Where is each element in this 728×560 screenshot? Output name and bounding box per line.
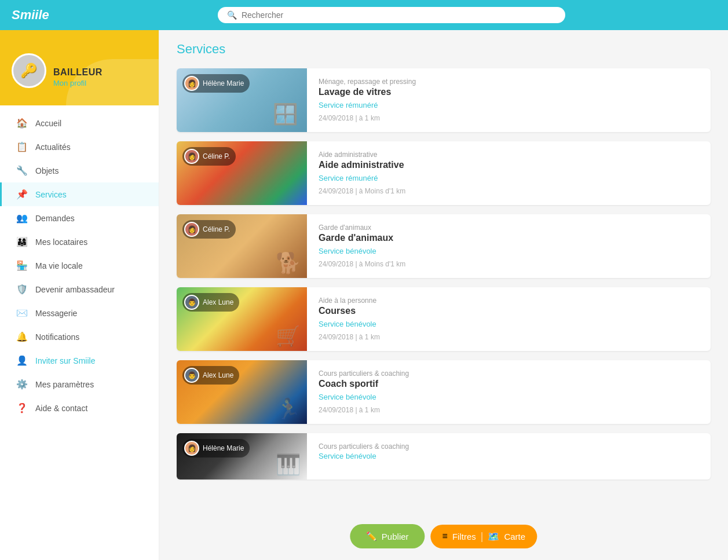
sidebar-item-locataires[interactable]: 👨‍👩‍👧 Mes locataires: [0, 230, 159, 254]
service-card[interactable]: 👩 Hélène Marie 🎹 Cours particuliers & co…: [177, 433, 711, 480]
home-icon: 🏠: [16, 118, 28, 129]
bell-icon: 🔔: [16, 331, 28, 342]
sidebar: 🔑 BAILLEUR Mon profil 🏠 Accueil 📋 Actual…: [0, 30, 159, 560]
services-icon: 📌: [16, 189, 28, 200]
card-type: Service rémunéré: [319, 174, 699, 182]
card-user-badge: 👨 Alex Lune: [182, 293, 239, 312]
sidebar-item-label: Messagerie: [35, 309, 77, 318]
card-body: Ménage, repassage et pressing Lavage de …: [307, 68, 711, 132]
bottom-action-bar: ✏️ Publier ≡ Filtres | 🗺️ Carte: [350, 524, 537, 548]
card-title: Courses: [319, 306, 699, 316]
card-body: Cours particuliers & coaching Service bé…: [307, 433, 711, 480]
sidebar-item-label: Mes locataires: [35, 237, 87, 247]
search-bar: 🔍: [218, 7, 565, 23]
sidebar-item-label: Devenir ambassadeur: [35, 285, 115, 294]
publish-label: Publier: [382, 532, 409, 541]
card-user-badge: 👩 Céline P.: [182, 147, 236, 166]
filters-carte-group[interactable]: ≡ Filtres | 🗺️ Carte: [431, 525, 537, 548]
sidebar-item-label: Inviter sur Smiile: [35, 356, 95, 365]
sidebar-item-aide[interactable]: ❓ Aide & contact: [0, 396, 159, 420]
sidebar-item-accueil[interactable]: 🏠 Accueil: [0, 111, 159, 135]
card-meta: 24/09/2018 | à 1 km: [319, 114, 699, 122]
card-distance: à Moins d'1 km: [359, 187, 405, 195]
sidebar-item-vie-locale[interactable]: 🏪 Ma vie locale: [0, 254, 159, 277]
card-meta: 24/09/2018 | à Moins d'1 km: [319, 187, 699, 195]
sidebar-item-label: Ma vie locale: [35, 261, 83, 270]
card-user-avatar: 👩: [184, 76, 199, 91]
publish-button[interactable]: ✏️ Publier: [350, 524, 425, 548]
card-meta: 24/09/2018 | à 1 km: [319, 333, 699, 341]
service-card[interactable]: 👩 Céline P. Aide administrative Aide adm…: [177, 141, 711, 205]
filter-icon: ≡: [442, 531, 448, 541]
card-user-name: Hélène Marie: [203, 79, 244, 87]
card-user-avatar: 👩: [184, 222, 199, 237]
card-user-avatar: 👩: [184, 441, 199, 456]
sidebar-item-ambassadeur[interactable]: 🛡️ Devenir ambassadeur: [0, 277, 159, 301]
requests-icon: 👥: [16, 213, 28, 224]
card-date: 24/09/2018: [319, 187, 353, 195]
card-image-coach: 👨 Alex Lune 🏃: [177, 360, 307, 424]
sidebar-item-inviter[interactable]: 👤 Inviter sur Smiile: [0, 349, 159, 372]
sidebar-item-parametres[interactable]: ⚙️ Mes paramètres: [0, 372, 159, 396]
card-meta: 24/09/2018 | à Moins d'1 km: [319, 260, 699, 268]
card-category: Cours particuliers & coaching: [319, 369, 699, 378]
card-user-name: Alex Lune: [203, 298, 233, 306]
card-body: Cours particuliers & coaching Coach spor…: [307, 360, 711, 424]
card-type: Service bénévole: [319, 452, 699, 460]
card-title: Lavage de vitres: [319, 87, 699, 97]
page-title: Services: [177, 42, 711, 57]
sidebar-item-actualites[interactable]: 📋 Actualités: [0, 135, 159, 159]
service-card[interactable]: 👨 Alex Lune 🏃 Cours particuliers & coach…: [177, 360, 711, 424]
wrench-icon: 🔧: [16, 165, 28, 176]
card-category: Ménage, repassage et pressing: [319, 78, 699, 86]
search-input[interactable]: [242, 10, 556, 20]
search-icon: 🔍: [227, 10, 237, 20]
help-icon: ❓: [16, 402, 28, 413]
service-card[interactable]: 👩 Hélène Marie 🪟 Ménage, repassage et pr…: [177, 68, 711, 132]
divider: |: [481, 530, 484, 543]
card-category: Cours particuliers & coaching: [319, 442, 699, 451]
profile-link[interactable]: Mon profil: [53, 79, 86, 87]
sidebar-item-label: Demandes: [35, 214, 75, 223]
card-type: Service bénévole: [319, 393, 699, 401]
sidebar-item-label: Notifications: [35, 332, 79, 342]
card-type: Service bénévole: [319, 320, 699, 328]
sidebar-item-objets[interactable]: 🔧 Objets: [0, 159, 159, 182]
card-image-piano: 👩 Hélène Marie 🎹: [177, 433, 307, 480]
card-user-avatar: 👨: [184, 368, 199, 383]
card-user-avatar: 👩: [184, 149, 199, 164]
card-meta: 24/09/2018 | à 1 km: [319, 406, 699, 414]
service-card[interactable]: 👩 Céline P. 🐕 Garde d'animaux Garde d'an…: [177, 214, 711, 278]
card-user-name: Alex Lune: [203, 371, 233, 379]
card-image-lavage: 👩 Hélène Marie 🪟: [177, 68, 307, 132]
pencil-icon: ✏️: [366, 531, 377, 541]
news-icon: 📋: [16, 141, 28, 152]
logo: Smiile: [12, 8, 49, 23]
card-distance: à 1 km: [359, 333, 380, 341]
profile-name: BAILLEUR: [53, 67, 103, 78]
sidebar-item-services[interactable]: 📌 Services: [0, 182, 159, 206]
sidebar-item-label: Accueil: [35, 119, 61, 128]
card-user-badge: 👩 Céline P.: [182, 220, 236, 239]
sidebar-item-messagerie[interactable]: ✉️ Messagerie: [0, 301, 159, 325]
card-user-badge: 👨 Alex Lune: [182, 366, 239, 385]
sidebar-item-label: Services: [35, 190, 67, 199]
card-category: Aide à la personne: [319, 297, 699, 305]
sidebar-item-label: Actualités: [35, 142, 71, 152]
card-image-admin: 👩 Céline P.: [177, 141, 307, 205]
card-category: Aide administrative: [319, 151, 699, 159]
person-add-icon: 👤: [16, 355, 28, 366]
card-distance: à 1 km: [359, 114, 380, 122]
card-user-name: Hélène Marie: [203, 444, 244, 452]
sidebar-item-demandes[interactable]: 👥 Demandes: [0, 206, 159, 230]
filters-label: Filtres: [452, 532, 476, 541]
shield-icon: 🛡️: [16, 284, 28, 295]
main-content: Services 👩 Hélène Marie 🪟 Ménage, repass…: [159, 30, 728, 560]
sidebar-nav: 🏠 Accueil 📋 Actualités 🔧 Objets 📌 Servic…: [0, 105, 159, 426]
sidebar-item-notifications[interactable]: 🔔 Notifications: [0, 325, 159, 349]
card-body: Garde d'animaux Garde d'animaux Service …: [307, 214, 711, 278]
card-user-name: Céline P.: [203, 152, 230, 160]
card-distance: à Moins d'1 km: [359, 260, 405, 268]
card-type: Service bénévole: [319, 247, 699, 255]
service-card[interactable]: 👨 Alex Lune 🛒 Aide à la personne Courses…: [177, 287, 711, 351]
